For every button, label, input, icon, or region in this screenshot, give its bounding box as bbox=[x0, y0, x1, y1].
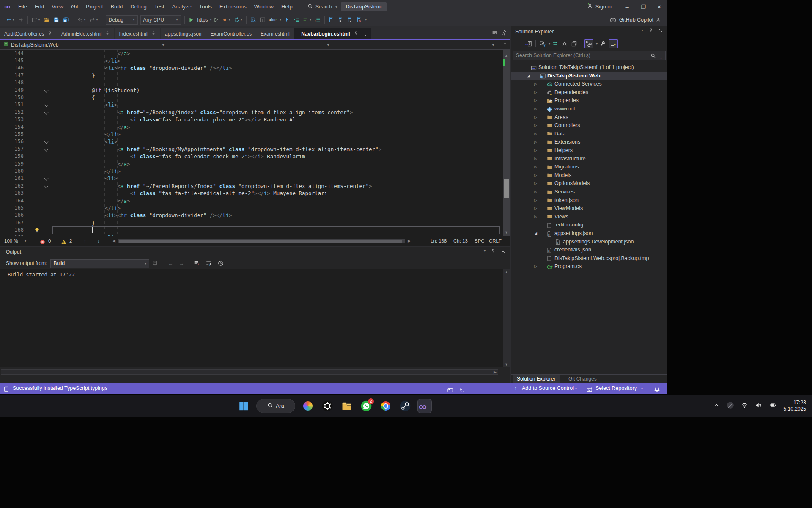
close-tab-icon[interactable] bbox=[362, 32, 367, 36]
close-button[interactable]: ✕ bbox=[651, 0, 667, 14]
scroll-down-icon[interactable]: ▼ bbox=[503, 362, 510, 367]
word-wrap-icon[interactable] bbox=[206, 260, 212, 266]
code-line-153[interactable]: 153 <i class="fas fa-calendar-plus me-2"… bbox=[0, 116, 501, 123]
expand-chevron-icon[interactable]: ▷ bbox=[534, 181, 537, 185]
restart-button[interactable]: ▾ bbox=[233, 15, 244, 25]
code-editor[interactable]: 144 </a>145 </li>146 <li><hr class="drop… bbox=[0, 50, 510, 236]
pin-icon[interactable] bbox=[105, 31, 110, 36]
expand-chevron-icon[interactable]: ▷ bbox=[534, 215, 537, 219]
expand-chevron-icon[interactable]: ▷ bbox=[534, 190, 537, 194]
spell-check-button[interactable]: abc▾ bbox=[268, 15, 283, 25]
expand-chevron-icon[interactable]: ▷ bbox=[534, 90, 537, 94]
tree-item-services[interactable]: ▷Services bbox=[511, 188, 667, 196]
toolbar-overflow-icon[interactable]: ▾ bbox=[365, 18, 367, 22]
line-comment-button[interactable]: ▾ bbox=[302, 15, 313, 25]
editor-horizontal-scrollbar[interactable] bbox=[118, 239, 405, 243]
code-line-159[interactable]: 159 </a> bbox=[0, 160, 501, 168]
output-horizontal-scrollbar[interactable]: ◀ ▶ bbox=[0, 368, 510, 375]
gear-icon[interactable] bbox=[502, 30, 507, 37]
splitter-grip[interactable]: ⋯ bbox=[504, 50, 508, 53]
platform-dropdown[interactable]: Any CPU▾ bbox=[140, 15, 181, 25]
type-dropdown[interactable] bbox=[167, 40, 332, 49]
fold-chevron-icon[interactable] bbox=[44, 110, 49, 114]
menu-extensions[interactable]: Extensions bbox=[216, 0, 250, 14]
tree-item-helpers[interactable]: ▷Helpers bbox=[511, 146, 667, 155]
wifi-icon[interactable] bbox=[741, 402, 748, 410]
volume-icon[interactable] bbox=[755, 402, 762, 410]
tree-item-token-json[interactable]: ▷token.json bbox=[511, 196, 667, 205]
warning-count[interactable]: 2 bbox=[69, 236, 72, 246]
fold-chevron-icon[interactable] bbox=[44, 184, 49, 188]
previous-bookmark-button[interactable] bbox=[337, 15, 345, 25]
expand-chevron-icon[interactable]: ▷ bbox=[534, 115, 537, 119]
code-line-151[interactable]: 151 <li> bbox=[0, 101, 501, 108]
hot-reload-button[interactable]: ▾ bbox=[221, 15, 232, 25]
output-content[interactable]: Build started at 17:22... bbox=[0, 269, 510, 367]
pin-icon[interactable] bbox=[354, 31, 359, 36]
clear-bookmarks-button[interactable] bbox=[355, 15, 364, 25]
tab-examcontroller-cs[interactable]: ExamController.cs bbox=[206, 28, 256, 39]
menu-debug[interactable]: Debug bbox=[126, 0, 150, 14]
panel-menu-icon[interactable]: ▾ bbox=[642, 28, 643, 35]
tree-item-properties[interactable]: ▷Properties bbox=[511, 97, 667, 105]
tree-item-program-cs[interactable]: ▷C#Program.cs bbox=[511, 262, 667, 271]
warning-count-icon[interactable] bbox=[61, 238, 67, 244]
scroll-up-icon[interactable]: ▲ bbox=[503, 52, 510, 58]
taskbar-whatsapp-icon[interactable]: 2 bbox=[359, 399, 373, 413]
show-all-files-toggle[interactable] bbox=[584, 39, 593, 48]
code-line-149[interactable]: 149 @if (isStudent) bbox=[0, 87, 501, 94]
chevron-down-icon[interactable]: ▾ bbox=[596, 42, 598, 46]
tree-item-distakipsistemi-web-csproj-backup-tmp[interactable]: DisTakipSistemi.Web.csproj.Backup.tmp bbox=[511, 254, 667, 263]
code-line-160[interactable]: 160 </li> bbox=[0, 168, 501, 175]
tree-item-extensions[interactable]: ▷Extensions bbox=[511, 138, 667, 146]
timestamp-icon[interactable] bbox=[218, 260, 224, 266]
new-project-button[interactable]: ▾ bbox=[30, 15, 41, 25]
tab-adminekle-cshtml[interactable]: AdminEkle.cshtml bbox=[57, 28, 114, 39]
code-line-147[interactable]: 147 } bbox=[0, 72, 501, 79]
line-numbers-button[interactable]: 12 bbox=[313, 15, 322, 25]
expand-chevron-icon[interactable]: ▷ bbox=[534, 198, 537, 202]
pin-icon[interactable] bbox=[648, 28, 653, 35]
tree-item-views[interactable]: ▷Views bbox=[511, 213, 667, 221]
tab-auditcontroller-cs[interactable]: AuditController.cs bbox=[0, 28, 57, 39]
caret-up-icon[interactable]: ▲ bbox=[640, 383, 644, 394]
expand-chevron-icon[interactable]: ▷ bbox=[534, 148, 537, 152]
output-menu-icon[interactable]: ▾ bbox=[484, 249, 486, 255]
pin-icon[interactable] bbox=[491, 249, 496, 255]
do-not-disturb-icon[interactable] bbox=[727, 401, 734, 411]
start-debugging-button[interactable] bbox=[187, 15, 195, 25]
solution-explorer-search-input[interactable]: Search Solution Explorer (Ctrl+ş) ▾ bbox=[513, 51, 666, 60]
collapse-all-icon[interactable] bbox=[562, 41, 568, 47]
format-indent-button[interactable] bbox=[292, 15, 301, 25]
code-line-167[interactable]: 167 } bbox=[0, 219, 501, 226]
find-message-icon[interactable] bbox=[152, 260, 158, 266]
tree-item-infrastructure[interactable]: ▷Infrastructure bbox=[511, 155, 667, 163]
menu-project[interactable]: Project bbox=[82, 0, 107, 14]
scroll-up-icon[interactable]: ▲ bbox=[503, 269, 510, 275]
menu-test[interactable]: Test bbox=[151, 0, 168, 14]
tree-item-optionsmodels[interactable]: ▷OptionsModels bbox=[511, 179, 667, 188]
fold-chevron-icon[interactable] bbox=[44, 103, 49, 107]
tab-exam-cshtml[interactable]: Exam.cshtml bbox=[256, 28, 294, 39]
tree-item-credentials-json[interactable]: {}credentials.json bbox=[511, 246, 667, 254]
taskbar-start-button[interactable] bbox=[237, 399, 250, 413]
debug-configuration-dropdown[interactable]: Debug▾ bbox=[106, 15, 138, 25]
scroll-right-icon[interactable]: ▶ bbox=[408, 236, 411, 246]
search-control[interactable]: Search ▾ bbox=[307, 3, 337, 10]
code-line-165[interactable]: 165 </li> bbox=[0, 204, 501, 212]
start-without-debugging-button[interactable] bbox=[212, 15, 220, 25]
expand-chevron-icon[interactable]: ▷ bbox=[534, 123, 537, 127]
code-line-146[interactable]: 146 <li><hr class="dropdown-divider" /><… bbox=[0, 64, 501, 72]
intellisense-pointer-button[interactable] bbox=[283, 15, 291, 25]
open-file-button[interactable] bbox=[42, 15, 51, 25]
add-to-source-control-button[interactable]: Add to Source Control bbox=[522, 383, 574, 394]
menu-analyze[interactable]: Analyze bbox=[168, 0, 195, 14]
pin-icon[interactable] bbox=[151, 31, 156, 36]
sign-in-button[interactable]: Sign in bbox=[595, 4, 612, 10]
expand-chevron-icon[interactable]: ▷ bbox=[534, 264, 537, 268]
switch-views-icon[interactable]: ∞ bbox=[525, 41, 532, 47]
zoom-level-dropdown[interactable]: 100 % bbox=[4, 236, 18, 246]
restore-button[interactable]: ❐ bbox=[635, 0, 651, 14]
code-line-158[interactable]: 158 <i class="fas fa-calendar-check me-2… bbox=[0, 153, 501, 160]
code-line-150[interactable]: 150 { bbox=[0, 94, 501, 101]
